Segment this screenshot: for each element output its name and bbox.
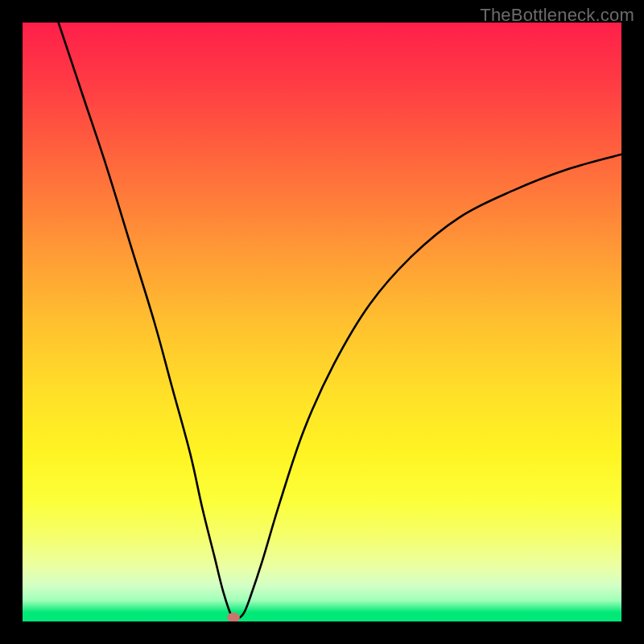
bottleneck-curve — [59, 23, 621, 620]
plot-area — [23, 23, 621, 621]
chart-frame: TheBottleneck.com — [0, 0, 644, 644]
curve-svg — [23, 23, 621, 621]
optimum-marker — [227, 613, 240, 621]
